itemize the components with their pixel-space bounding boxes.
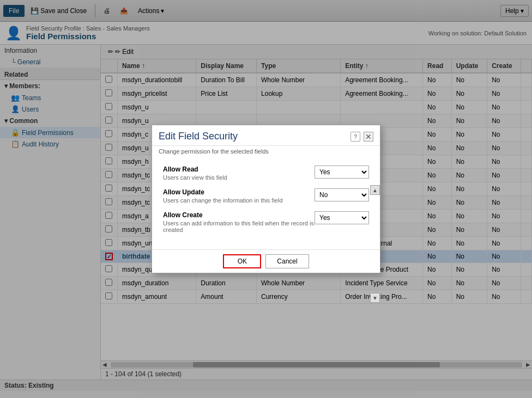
dialog-close-button[interactable]: ✕ [364, 132, 373, 142]
allow-update-row: Allow Update Users can change the inform… [163, 188, 369, 204]
allow-read-row: Allow Read Users can view this field Yes… [163, 166, 369, 181]
allow-update-left: Allow Update Users can change the inform… [163, 188, 315, 204]
dialog-cancel-button[interactable]: Cancel [265, 254, 309, 268]
edit-field-security-dialog: Edit Field Security ? ✕ Change permissio… [152, 125, 380, 273]
dialog-footer: OK Cancel [152, 249, 380, 273]
allow-create-desc: Users can add information to this field … [163, 220, 315, 233]
allow-update-select-container: Yes No [315, 188, 369, 201]
allow-update-select[interactable]: Yes No [315, 188, 369, 201]
allow-create-select-container: Yes No [315, 211, 369, 224]
allow-update-desc: Users can change the information in this… [163, 197, 315, 204]
allow-create-row: Allow Create Users can add information t… [163, 211, 369, 233]
modal-overlay: Edit Field Security ? ✕ Change permissio… [0, 0, 532, 398]
dialog-scroll-up-button[interactable]: ▲ [370, 185, 380, 195]
dialog-titlebar: Edit Field Security ? ✕ [152, 125, 380, 146]
allow-read-left: Allow Read Users can view this field [163, 166, 315, 181]
dialog-subtitle: Change permission for the selected field… [152, 146, 380, 160]
allow-create-label: Allow Create [163, 211, 315, 219]
allow-read-select[interactable]: Yes No [315, 166, 369, 179]
allow-read-label: Allow Read [163, 166, 315, 173]
allow-create-select[interactable]: Yes No [315, 211, 369, 224]
dialog-titlebar-actions: ? ✕ [350, 132, 373, 142]
dialog-help-button[interactable]: ? [350, 132, 360, 142]
allow-read-select-container: Yes No [315, 166, 369, 179]
dialog-scroll-controls: ▲ ▼ [370, 185, 380, 303]
allow-update-label: Allow Update [163, 188, 315, 196]
allow-read-desc: Users can view this field [163, 174, 315, 181]
dialog-title: Edit Field Security [159, 131, 350, 142]
allow-create-left: Allow Create Users can add information t… [163, 211, 315, 233]
dialog-scroll-down-button[interactable]: ▼ [370, 293, 380, 303]
dialog-ok-button[interactable]: OK [223, 254, 261, 268]
dialog-body: Allow Read Users can view this field Yes… [152, 160, 380, 249]
